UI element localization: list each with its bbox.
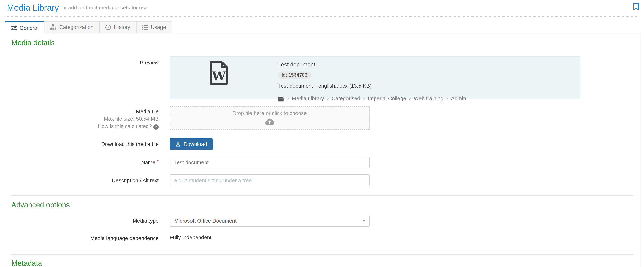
clock-icon	[105, 24, 111, 30]
bookmark-icon[interactable]	[633, 3, 639, 12]
list-icon	[142, 25, 148, 29]
breadcrumb: › Media Library › Categorised › Imperial…	[278, 95, 466, 101]
caret-down-icon: ▾	[363, 218, 365, 223]
preview-filename: Test-document---english.docx (13.5 KB)	[278, 83, 466, 89]
tab-label: History	[114, 24, 130, 30]
media-file-label: Media file	[12, 108, 159, 115]
question-circle-icon[interactable]: ?	[153, 124, 159, 130]
tab-general[interactable]: General	[5, 21, 45, 33]
breadcrumb-item[interactable]: Media Library	[292, 95, 324, 101]
calc-hint-text: How is this calculated?	[98, 123, 152, 129]
media-file-row: Media file Max file size: 50.54 MB How i…	[12, 106, 634, 130]
page-title: Media Library	[7, 2, 59, 13]
download-button-label: Download	[184, 141, 207, 147]
description-input[interactable]	[170, 175, 370, 186]
general-tab-panel: Media details Preview W Test document id	[5, 33, 640, 267]
download-button[interactable]: Download	[170, 138, 213, 150]
name-row: Name*	[12, 157, 634, 168]
calc-hint[interactable]: How is this calculated??	[12, 123, 159, 130]
preview-row: Preview W Test document id: 1564783 Test…	[12, 56, 634, 99]
file-dropzone[interactable]: Drop file here or click to choose	[170, 106, 370, 130]
cloud-upload-icon	[265, 118, 274, 127]
download-label: Download this media file	[12, 140, 159, 148]
breadcrumb-item[interactable]: Web training	[414, 95, 444, 101]
section-heading-advanced-options: Advanced options	[12, 201, 634, 210]
section-heading-media-details: Media details	[12, 39, 634, 47]
chevron-separator: ›	[363, 95, 365, 101]
name-label: Name	[141, 159, 156, 165]
breadcrumb-item[interactable]: Admin	[451, 95, 466, 101]
word-document-icon: W	[209, 61, 229, 86]
dropzone-text: Drop file here or click to choose	[232, 110, 307, 116]
svg-text:W: W	[212, 69, 226, 83]
chevron-separator: ›	[327, 95, 329, 101]
chevron-separator: ›	[287, 95, 289, 101]
language-dependence-row: Media language dependence Fully independ…	[12, 234, 634, 242]
name-input[interactable]	[170, 157, 370, 168]
language-dependence-value: Fully independent	[170, 234, 212, 241]
required-asterisk: *	[156, 158, 159, 165]
breadcrumb-item[interactable]: Categorised	[332, 95, 360, 101]
chevron-separator: ›	[409, 95, 411, 101]
sitemap-icon	[50, 24, 56, 30]
breadcrumb-item[interactable]: Imperial College	[368, 95, 406, 101]
media-type-select[interactable]: Microsoft Office Document ▾	[170, 215, 370, 227]
header-divider	[4, 16, 640, 17]
section-divider	[12, 254, 634, 255]
max-file-size-hint: Max file size: 50.54 MB	[12, 115, 159, 123]
tab-history[interactable]: History	[99, 21, 136, 33]
media-type-row: Media type Microsoft Office Document ▾	[12, 215, 634, 227]
media-type-value: Microsoft Office Document	[174, 218, 236, 224]
chevron-separator: ›	[446, 95, 448, 101]
tab-label: Usage	[151, 24, 166, 30]
folder-icon	[278, 96, 284, 101]
tab-bar: General Categorization Hist	[5, 21, 644, 33]
description-row: Description / Alt text	[12, 175, 634, 186]
page-subtitle: » add and edit media assets for use	[64, 2, 148, 13]
preview-document-title: Test document	[278, 61, 466, 68]
tab-label: General	[20, 25, 38, 31]
page-header: Media Library » add and edit media asset…	[0, 0, 644, 16]
language-dependence-label: Media language dependence	[12, 234, 159, 242]
tab-categorization[interactable]: Categorization	[44, 21, 100, 33]
media-library-page: Media Library » add and edit media asset…	[0, 0, 644, 267]
sliders-icon	[11, 25, 17, 30]
download-icon	[176, 141, 181, 147]
preview-label: Preview	[12, 56, 159, 99]
download-row: Download this media file Download	[12, 138, 634, 150]
media-id-badge: id: 1564783	[278, 71, 311, 79]
description-label: Description / Alt text	[12, 177, 159, 184]
media-preview-box: W Test document id: 1564783 Test-documen…	[170, 56, 580, 99]
tab-label: Categorization	[59, 24, 94, 30]
tab-usage[interactable]: Usage	[136, 21, 172, 33]
section-heading-metadata: Metadata	[12, 259, 634, 267]
section-divider	[12, 195, 634, 196]
preview-meta: Test document id: 1564783 Test-document-…	[278, 61, 466, 101]
media-type-label: Media type	[12, 217, 159, 224]
